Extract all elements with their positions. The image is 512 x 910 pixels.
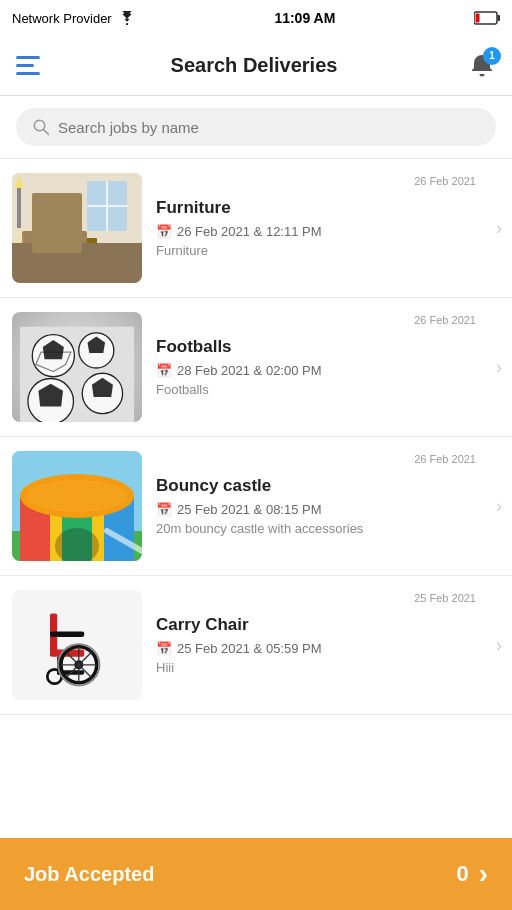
delivery-schedule: 📅 26 Feb 2021 & 12:11 PM [156,224,500,239]
chevron-right-icon: › [496,496,502,517]
delivery-item-bouncy[interactable]: Bouncy castle 📅 25 Feb 2021 & 08:15 PM 2… [0,437,512,576]
svg-rect-15 [22,231,42,245]
delivery-list: Furniture 📅 26 Feb 2021 & 12:11 PM Furni… [0,159,512,839]
calendar-icon: 📅 [156,502,172,517]
svg-point-37 [27,480,127,512]
notification-button[interactable]: 1 [468,52,496,80]
svg-rect-41 [50,632,84,637]
status-right [474,11,500,25]
bottom-chevron-icon: › [479,858,488,890]
svg-rect-14 [85,244,91,264]
delivery-date-badge: 26 Feb 2021 [414,453,476,465]
job-accepted-label: Job Accepted [24,863,154,886]
wheelchair-image [32,600,122,690]
bouncy-image [12,451,142,561]
delivery-desc: 20m bouncy castle with accessories [156,521,500,536]
delivery-schedule: 📅 25 Feb 2021 & 05:59 PM [156,641,500,656]
delivery-thumb-wheelchair [12,590,142,700]
delivery-item-footballs[interactable]: Footballs 📅 28 Feb 2021 & 02:00 PM Footb… [0,298,512,437]
menu-button[interactable] [16,56,40,75]
page-title: Search Deliveries [171,54,338,77]
svg-rect-8 [12,243,142,283]
furniture-image [12,173,142,283]
svg-rect-3 [476,14,480,23]
chevron-right-icon: › [496,218,502,239]
delivery-thumb-footballs [12,312,142,422]
svg-point-0 [126,23,128,25]
status-bar: Network Provider 11:09 AM [0,0,512,36]
wifi-icon [118,11,136,25]
status-left: Network Provider [12,11,136,26]
svg-rect-16 [67,231,87,245]
delivery-item-furniture[interactable]: Furniture 📅 26 Feb 2021 & 12:11 PM Furni… [0,159,512,298]
calendar-icon: 📅 [156,363,172,378]
delivery-name: Bouncy castle [156,476,500,496]
delivery-date-badge: 26 Feb 2021 [414,314,476,326]
header: Search Deliveries 1 [0,36,512,96]
delivery-name: Footballs [156,337,500,357]
delivery-desc: Footballs [156,382,500,397]
svg-line-5 [44,130,49,135]
delivery-info-furniture: Furniture 📅 26 Feb 2021 & 12:11 PM Furni… [156,198,500,258]
battery-icon [474,11,500,25]
delivery-thumb-bouncy [12,451,142,561]
delivery-info-wheelchair: Carry Chair 📅 25 Feb 2021 & 05:59 PM Hii… [156,615,500,675]
bottom-bar[interactable]: Job Accepted 0 › [0,838,512,910]
chevron-right-icon: › [496,357,502,378]
delivery-item-wheelchair[interactable]: Carry Chair 📅 25 Feb 2021 & 05:59 PM Hii… [0,576,512,715]
calendar-icon: 📅 [156,224,172,239]
status-time: 11:09 AM [274,10,335,26]
delivery-schedule: 📅 28 Feb 2021 & 02:00 PM [156,363,500,378]
delivery-name: Carry Chair [156,615,500,635]
delivery-date-badge: 25 Feb 2021 [414,592,476,604]
notification-badge: 1 [483,47,501,65]
search-bar[interactable] [16,108,496,146]
svg-rect-13 [32,244,38,264]
calendar-icon: 📅 [156,641,172,656]
svg-rect-17 [17,188,21,228]
delivery-info-footballs: Footballs 📅 28 Feb 2021 & 02:00 PM Footb… [156,337,500,397]
delivery-schedule: 📅 25 Feb 2021 & 08:15 PM [156,502,500,517]
search-container [0,96,512,159]
footballs-image [20,320,134,422]
bottom-bar-right: 0 › [456,858,488,890]
search-icon [32,118,50,136]
svg-rect-2 [498,15,501,21]
delivery-name: Furniture [156,198,500,218]
delivery-thumb-furniture [12,173,142,283]
delivery-info-bouncy: Bouncy castle 📅 25 Feb 2021 & 08:15 PM 2… [156,476,500,536]
network-provider-text: Network Provider [12,11,112,26]
delivery-date-badge: 26 Feb 2021 [414,175,476,187]
delivery-desc: Furniture [156,243,500,258]
delivery-desc: Hiii [156,660,500,675]
search-input[interactable] [58,119,480,136]
chevron-right-icon: › [496,635,502,656]
job-count: 0 [456,861,468,887]
